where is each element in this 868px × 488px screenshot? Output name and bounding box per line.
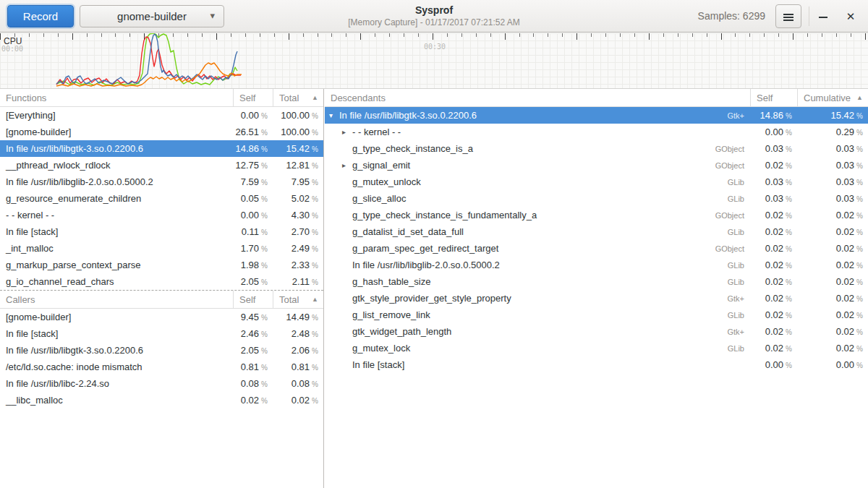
percent-cell: 0.02%	[233, 395, 273, 406]
percent-cell: 0.02%	[750, 293, 797, 304]
capture-subtitle: [Memory Capture] - 01/17/2017 07:21:52 A…	[231, 17, 637, 27]
percent-cell: 0.02%	[750, 160, 797, 171]
callers-column-header[interactable]: Callers	[0, 291, 233, 308]
function-name: g_datalist_id_set_data_full	[352, 226, 464, 237]
descendant-name-cell: g_mutex_unlockGLib	[325, 176, 750, 187]
percent-cell: 2.33%	[273, 260, 323, 270]
function-name: In file [stack]	[352, 359, 404, 370]
table-row[interactable]: _int_malloc1.70%2.49%	[0, 240, 323, 257]
table-row[interactable]: In file [stack]2.46%2.48%	[0, 325, 323, 342]
descendant-name-cell: g_datalist_id_set_data_fullGLib	[325, 226, 750, 237]
percent-sign: %	[786, 295, 792, 303]
percent-sign: %	[261, 112, 268, 120]
percent-sign: %	[261, 278, 268, 286]
descendant-name-cell: g_param_spec_get_redirect_targetGObject	[325, 243, 750, 254]
table-row[interactable]: g_markup_parse_context_parse1.98%2.33%	[0, 257, 323, 273]
table-row[interactable]: g_datalist_id_set_data_fullGLib0.02%0.02…	[325, 223, 868, 240]
table-row[interactable]: g_type_check_instance_is_fundamentally_a…	[325, 207, 868, 223]
percent-cell: 2.48%	[273, 328, 323, 339]
total-column-header[interactable]: Total ▲	[273, 291, 323, 308]
cpu-chart[interactable]: CPU 00:00 00:30	[0, 33, 868, 89]
percent-value: 0.03	[836, 160, 854, 171]
percent-cell: 0.02%	[797, 326, 868, 337]
table-row[interactable]: In file [stack]0.11%2.70%	[0, 223, 323, 240]
percent-cell: 0.02%	[750, 309, 797, 320]
function-name: g_mutex_lock	[352, 343, 410, 354]
table-row[interactable]: g_param_spec_get_redirect_targetGObject0…	[325, 240, 868, 257]
function-name: [gnome-builder]	[6, 127, 71, 137]
table-row[interactable]: __pthread_rwlock_rdlock12.75%12.81%	[0, 157, 323, 174]
expander-down-icon[interactable]: ▾	[329, 112, 339, 119]
library-badge: GLib	[728, 228, 750, 236]
table-row[interactable]: ▸- - kernel - -0.00%0.29%	[325, 124, 868, 140]
menu-button[interactable]	[775, 4, 801, 28]
process-selector-dropdown[interactable]: gnome-builder ▾	[80, 5, 224, 27]
percent-sign: %	[261, 212, 268, 220]
percent-value: 2.49	[292, 243, 310, 254]
percent-value: 15.42	[286, 143, 310, 154]
table-row[interactable]: gtk_widget_path_lengthGtk+0.02%0.02%	[325, 323, 868, 340]
library-badge: Gtk+	[727, 294, 750, 303]
table-row[interactable]: [gnome-builder]9.45%14.49%	[0, 309, 323, 325]
table-row[interactable]: gtk_style_provider_get_style_propertyGtk…	[325, 290, 868, 307]
percent-sign: %	[312, 278, 318, 286]
percent-cell: 7.95%	[273, 176, 323, 187]
table-row[interactable]: In file [stack]0.00%0.00%	[325, 356, 868, 373]
cumulative-column-header[interactable]: Cumulative ▲	[797, 89, 868, 106]
percent-sign: %	[261, 245, 268, 253]
percent-cell: 1.70%	[233, 243, 273, 254]
percent-value: 100.00	[281, 110, 310, 121]
record-button[interactable]: Record	[7, 5, 74, 27]
functions-column-header[interactable]: Functions	[0, 89, 233, 106]
percent-sign: %	[856, 162, 863, 170]
percent-cell: 26.51%	[233, 127, 273, 137]
percent-sign: %	[786, 212, 792, 220]
table-row[interactable]: /etc/ld.so.cache: inode mismatch0.81%0.8…	[0, 359, 323, 375]
table-row[interactable]: In file /usr/lib/libglib-2.0.so.0.5000.2…	[0, 174, 323, 190]
percent-value: 0.02	[836, 243, 854, 254]
percent-value: 2.70	[292, 226, 310, 237]
table-row[interactable]: g_mutex_unlockGLib0.03%0.03%	[325, 174, 868, 190]
table-row[interactable]: g_hash_table_sizeGLib0.02%0.02%	[325, 273, 868, 290]
expander-right-icon[interactable]: ▸	[342, 129, 352, 136]
table-row[interactable]: g_type_check_instance_is_aGObject0.03%0.…	[325, 140, 868, 157]
self-column-header[interactable]: Self	[233, 291, 273, 308]
self-column-header[interactable]: Self	[233, 89, 273, 106]
samples-count: Samples: 6299	[698, 10, 765, 22]
percent-cell: 5.02%	[273, 193, 323, 204]
table-row[interactable]: g_slice_allocGLib0.03%0.03%	[325, 190, 868, 207]
table-row[interactable]: [Everything]0.00%100.00%	[0, 107, 323, 124]
table-row[interactable]: In file /usr/lib/libgtk-3.so.0.2200.614.…	[0, 140, 323, 157]
functions-table-body: [Everything]0.00%100.00%[gnome-builder]2…	[0, 107, 323, 290]
table-row[interactable]: ▸g_signal_emitGObject0.02%0.03%	[325, 157, 868, 174]
headerbar: Record gnome-builder ▾ Sysprof [Memory C…	[0, 0, 868, 33]
percent-cell: 0.02%	[797, 260, 868, 270]
descendant-name-cell: g_type_check_instance_is_aGObject	[325, 143, 750, 154]
close-button[interactable]: ✕	[839, 4, 862, 28]
self-column-header[interactable]: Self	[750, 89, 797, 106]
table-row[interactable]: g_list_remove_linkGLib0.02%0.02%	[325, 307, 868, 323]
percent-value: 2.48	[292, 328, 310, 339]
percent-value: 12.81	[286, 160, 310, 171]
minimize-button[interactable]	[812, 4, 835, 28]
expander-right-icon[interactable]: ▸	[342, 162, 352, 169]
table-row[interactable]: [gnome-builder]26.51%100.00%	[0, 124, 323, 140]
total-column-header[interactable]: Total ▲	[273, 89, 323, 106]
percent-value: 9.45	[241, 312, 259, 322]
function-name: In file /usr/lib/libglib-2.0.so.0.5000.2	[352, 260, 500, 270]
descendants-column-header[interactable]: Descendants	[325, 89, 750, 106]
function-name-cell: In file [stack]	[0, 328, 233, 339]
percent-value: 0.00	[765, 127, 783, 137]
table-row[interactable]: g_mutex_lockGLib0.02%0.02%	[325, 340, 868, 356]
table-row[interactable]: __libc_malloc0.02%0.02%	[0, 392, 323, 408]
table-row[interactable]: In file /usr/lib/libglib-2.0.so.0.5000.2…	[325, 257, 868, 273]
percent-sign: %	[856, 361, 863, 369]
table-row[interactable]: - - kernel - -0.00%4.30%	[0, 207, 323, 223]
table-row[interactable]: In file /usr/lib/libc-2.24.so0.08%0.08%	[0, 375, 323, 392]
table-row[interactable]: In file /usr/lib/libgtk-3.so.0.2200.62.0…	[0, 342, 323, 359]
window-title-block: Sysprof [Memory Capture] - 01/17/2017 07…	[231, 4, 637, 27]
table-row[interactable]: g_io_channel_read_chars2.05%2.11%	[0, 273, 323, 290]
percent-sign: %	[786, 162, 792, 170]
table-row[interactable]: g_resource_enumerate_children0.05%5.02%	[0, 190, 323, 207]
table-row[interactable]: ▾In file /usr/lib/libgtk-3.so.0.2200.6Gt…	[325, 107, 868, 124]
